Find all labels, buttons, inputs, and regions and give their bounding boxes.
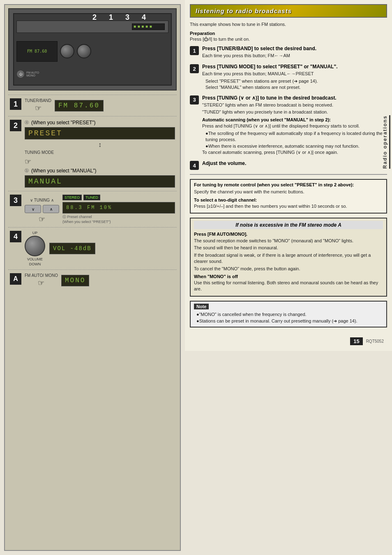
right-step-3-num: 3 [190,95,199,104]
step-1-content: TUNER/BAND ☞ FM 87.60 [25,98,175,113]
left-step-a: A FM AUTO/ MONO ☞ MONO [8,269,177,291]
tuning-label: ∨ TUNING ∧ [30,198,54,202]
step2-preset-lcd: PRESET [25,127,175,139]
note-title: Note [194,304,209,309]
right-step-2: 2 Press [TUNING MODE] to select "PRESET"… [190,64,387,91]
noise-detail-2: The sound will then be heard in monaural… [194,245,383,251]
stereo-tuned-indicators: STEREO TUNED [62,195,175,200]
tuning-down-btn[interactable]: ∨ [25,205,41,213]
manual-option-label: (When you select "MANUAL") [31,168,97,174]
step1-title: Press [TUNER/BAND] to select the desired… [202,46,387,51]
step-a-number: A [10,273,21,285]
step3-sub-detail-2: To cancel automatic scanning, press [TUN… [202,149,387,156]
preparation-label: Preparation [190,31,387,36]
note-bullet-1: ●"MONO" is cancelled when the frequency … [196,311,383,318]
tuning-up-btn[interactable]: ∧ [43,205,59,213]
step1-detail: Each time you press this button; FM←→AM [202,53,387,59]
step-2-content: ⓐ (When you select "PRESET") PRESET ↕ TU… [25,120,175,188]
step2-detail: Each time you press this button; MANUAL←… [202,71,387,77]
header-title: listening to radio broadcasts [196,7,292,14]
mono-off-title: When "MONO" is off [194,274,383,279]
step-3-content: ∨ TUNING ∧ ∨ ∧ ☞ STEREO TUNED [25,195,175,224]
section-header: listening to radio broadcasts [190,4,387,18]
tuned-indicator: TUNED [83,195,100,200]
stereo-indicator: STEREO [62,195,82,200]
intro-text: This example shows how to tune in FM sta… [190,22,387,27]
noise-box: If noise is excessive in the FM stereo m… [190,218,387,297]
step-4-content: UP VOLUME DOWN VOL -48dB [25,231,175,266]
mono-off-text: Use this setting for normal listening. B… [194,280,383,293]
step-4-number: 4 [10,231,21,242]
step3-detail-1: "STEREO" lights when an FM stereo broadc… [202,102,387,108]
step3-sub-detail-1: Press and hold [TUNING (∨ or ∧)] until t… [202,123,387,129]
hand-icon-3: ☞ [39,215,45,224]
vol-down-label: DOWN [29,262,41,266]
rqt-code: RQT5052 [366,339,384,344]
fm-auto-mono-label: FM AUTO/ MONO [25,273,58,278]
left-panel: ■ ■ ■ ■ ■ FM 87.60 ⏻ FM AUTOMONO 2 1 3 4… [4,4,181,551]
step4-lcd: VOL -48dB [49,243,95,254]
preset-channel-note: ⓒ Preset channel(When you select "PRESET… [62,214,175,224]
right-step-4-block: Adjust the volume. [202,160,387,167]
right-step-4-num: 4 [190,161,199,170]
step-1-number: 1 [10,98,21,110]
tuner-band-label: TUNER/BAND [25,98,51,103]
remote-control-box: For tuning by remote control (when you s… [190,179,387,214]
volume-section: UP VOLUME DOWN VOL -48dB [25,231,175,266]
right-step-2-block: Press [TUNING MODE] to select "PRESET" o… [202,64,387,91]
hand-icon-a: ☞ [38,279,44,288]
right-step-3-block: Press [TUNING (∨ or ∧)] to tune in the d… [202,95,387,157]
step-label-4: 4 [142,13,146,22]
remote-detail: Specify the channel you want with the nu… [194,189,383,195]
step-label-3: 3 [125,13,129,22]
remote-title: For tuning by remote control (when you s… [194,182,383,187]
volume-knob-circle [25,236,45,256]
step-label-1: 1 [109,13,113,22]
preparation-text: Press [⏻/I] to turn the unit on. [190,37,387,42]
left-step-3: 3 ∨ TUNING ∧ ∨ ∧ ☞ STEREO TUNED [8,191,177,227]
right-step-2-num: 2 [190,64,199,73]
step3-inner: ∨ TUNING ∧ ∨ ∧ ☞ STEREO TUNED [25,195,175,224]
step-label-2: 2 [92,13,97,22]
step2-manual-lcd: MANUAL [25,175,175,188]
left-step-2: 2 ⓐ (When you select "PRESET") PRESET ↕ … [8,116,177,191]
right-step-1-num: 1 [190,46,199,55]
two-digit-text: Press [≥10/+/–] and then the two numbers… [194,203,383,209]
step2-bullet-2: Select "MANUAL" when stations are not pr… [205,84,387,91]
right-step-1-block: Press [TUNER/BAND] to select the desired… [202,46,387,60]
step1-lcd: FM 87.60 [55,100,104,111]
step3-title: Press [TUNING (∨ or ∧)] to tune in the d… [202,95,387,101]
arrow-down: ↕ [25,141,175,149]
step2-bullet-1: Select "PRESET" when stations are preset… [205,78,387,84]
step3-right: STEREO TUNED 88.3 FM 10% ⓒ Preset channe… [62,195,175,224]
step-a-content: FM AUTO/ MONO ☞ MONO [25,273,175,288]
noise-detail-3: If the broadcast signal is weak, or if t… [194,252,383,265]
volume-knob: UP VOLUME DOWN [25,231,45,266]
step-2-option-a: ⓐ (When you select "PRESET") [25,120,175,125]
page-number: 15 [350,337,362,345]
tuning-mode-label: TUNING MODE [25,150,175,155]
step4-title: Adjust the volume. [202,160,387,166]
left-step-4: 4 UP VOLUME DOWN VOL -48dB [8,227,177,269]
page-footer: 15 RQT5052 [190,336,387,347]
noise-detail-4: To cancel the "MONO" mode, press the but… [194,266,383,272]
press-fm-label: Press [FM AUTO/MONO]. [194,232,383,237]
device-photo: ■ ■ ■ ■ ■ FM 87.60 ⏻ FM AUTOMONO 2 1 3 4 [8,8,177,91]
step-a-lcd: MONO [61,275,89,286]
noise-title: If noise is excessive in the FM stereo m… [194,221,383,229]
radio-operations-label: Radio operations [382,115,390,169]
right-wrapper: listening to radio broadcasts This examp… [185,0,392,555]
vol-up-label: UP [32,231,38,235]
step3-sub-bullet-2: ●When there is excessive interference, a… [205,143,387,149]
left-step-1: 1 TUNER/BAND ☞ FM 87.60 [8,95,177,116]
step-2-number: 2 [10,120,21,131]
step2-title: Press [TUNING MODE] to select "PRESET" o… [202,64,387,70]
two-digit-label: To select a two-digit channel: [194,197,383,202]
hand-icon-2: ☞ [25,157,175,166]
hand-icon-1: ☞ [35,104,42,113]
step3-lcd: 88.3 FM 10% [62,202,175,214]
circle-b: ⓑ [25,168,29,174]
right-step-4: 4 Adjust the volume. [190,160,387,170]
preset-option-label: (When you select "PRESET") [31,120,96,125]
step3-sub-bullet-1: ●The scrolling of the frequency will aut… [205,130,387,143]
